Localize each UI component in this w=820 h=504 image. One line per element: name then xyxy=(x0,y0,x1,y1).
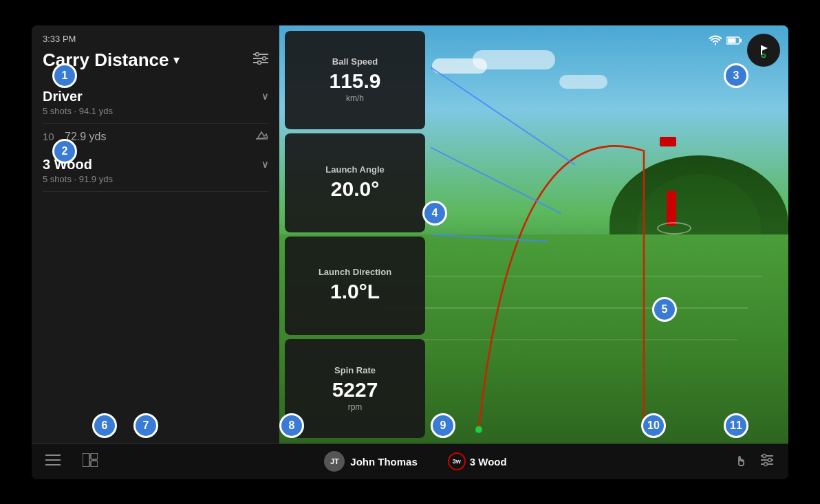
status-icons xyxy=(709,35,742,46)
shot-distance: 72.9 yds xyxy=(65,131,106,143)
wifi-icon xyxy=(709,35,722,46)
metric-label-ball-speed: Ball Speed xyxy=(332,56,378,67)
chevron-3wood-icon: ∨ xyxy=(261,159,268,170)
metric-unit-spin-rate: rpm xyxy=(348,402,363,412)
metric-value-launch-angle: 20.0° xyxy=(331,177,379,200)
metric-label-launch-direction: Launch Direction xyxy=(319,267,391,277)
metric-value-launch-direction: 1.0°L xyxy=(330,280,380,303)
status-bar: 3:33 PM xyxy=(43,34,268,44)
svg-point-26 xyxy=(763,454,766,458)
battery-icon xyxy=(726,36,742,45)
svg-rect-12 xyxy=(740,39,742,42)
svg-point-4 xyxy=(263,56,266,60)
svg-line-8 xyxy=(431,147,561,213)
right-panel: Ball Speed 115.9 km/h Launch Angle 20.0°… xyxy=(279,25,788,443)
player-name: John Thomas xyxy=(350,456,418,468)
club-sub-3wood: 5 shots · 91.9 yds xyxy=(43,174,268,184)
layout-icon[interactable] xyxy=(83,453,98,470)
club-indicator[interactable]: 3w 3 Wood xyxy=(448,452,507,470)
header-row: Carry Distance ▾ xyxy=(43,50,268,71)
club-item-driver[interactable]: Driver ∨ 5 shots · 94.1 yds xyxy=(43,82,268,124)
shot-hand-icon xyxy=(255,129,268,144)
flag-pole xyxy=(667,191,676,226)
settings-icon[interactable] xyxy=(759,452,775,470)
cloud-3 xyxy=(559,75,607,89)
active-club-name: 3 Wood xyxy=(470,456,507,468)
main-screen: 3:33 PM Carry Distance ▾ xyxy=(32,25,788,479)
left-panel: 3:33 PM Carry Distance ▾ xyxy=(32,25,279,443)
page-title: Carry Distance xyxy=(43,50,169,71)
main-area: 3:33 PM Carry Distance ▾ xyxy=(32,25,788,443)
chevron-driver-icon: ∨ xyxy=(261,91,268,102)
ground-marker xyxy=(657,222,691,234)
metric-card-launch-angle: Launch Angle 20.0° xyxy=(285,133,425,232)
player-avatar: JT xyxy=(324,451,345,472)
metric-label-launch-angle: Launch Angle xyxy=(325,164,384,175)
flag xyxy=(660,137,676,146)
svg-point-5 xyxy=(258,61,261,64)
svg-rect-21 xyxy=(91,453,98,459)
shot-number: 10 xyxy=(43,131,62,142)
cloud-2 xyxy=(473,50,555,69)
svg-rect-13 xyxy=(728,38,736,43)
metric-card-ball-speed: Ball Speed 115.9 km/h xyxy=(285,31,425,130)
dropdown-arrow-icon: ▾ xyxy=(173,52,180,67)
svg-point-27 xyxy=(768,459,772,462)
time-display: 3:33 PM xyxy=(43,34,76,44)
filter-icon[interactable] xyxy=(253,52,268,68)
title-area[interactable]: Carry Distance ▾ xyxy=(43,50,180,71)
svg-point-3 xyxy=(256,52,259,56)
metric-label-spin-rate: Spin Rate xyxy=(334,365,376,375)
bottom-right-icons xyxy=(733,452,775,470)
club-name-driver: Driver ∨ xyxy=(43,89,268,105)
golf-flag-button[interactable] xyxy=(747,34,780,67)
metric-value-ball-speed: 115.9 xyxy=(329,69,380,92)
metric-card-launch-direction: Launch Direction 1.0°L xyxy=(285,237,425,336)
yard-line-3 xyxy=(407,339,737,340)
club-name-3wood: 3 Wood ∨ xyxy=(43,157,268,173)
yard-line-2 xyxy=(381,307,748,309)
metric-value-spin-rate: 5227 xyxy=(332,378,378,401)
golf-flag-icon xyxy=(755,41,772,59)
club-badge: 3w xyxy=(448,452,466,470)
metric-unit-ball-speed: km/h xyxy=(346,94,364,103)
svg-point-28 xyxy=(764,463,768,466)
svg-rect-20 xyxy=(83,453,89,467)
svg-rect-22 xyxy=(91,461,98,467)
svg-line-7 xyxy=(431,67,575,164)
club-item-3wood[interactable]: 3 Wood ∨ 5 shots · 91.9 yds xyxy=(43,150,268,192)
svg-point-14 xyxy=(757,43,770,57)
player-area[interactable]: JT John Thomas xyxy=(324,451,418,472)
shot-row-driver-10[interactable]: 10 72.9 yds xyxy=(43,124,268,150)
club-list: Driver ∨ 5 shots · 94.1 yds 10 72.9 yds xyxy=(43,82,268,192)
menu-icon[interactable] xyxy=(45,454,61,469)
handedness-icon[interactable] xyxy=(733,452,748,470)
metrics-overlay: Ball Speed 115.9 km/h Launch Angle 20.0°… xyxy=(279,25,431,443)
bottom-bar: JT John Thomas 3w 3 Wood xyxy=(32,443,788,479)
metric-card-spin-rate: Spin Rate 5227 rpm xyxy=(285,339,425,438)
club-sub-driver: 5 shots · 94.1 yds xyxy=(43,106,268,116)
